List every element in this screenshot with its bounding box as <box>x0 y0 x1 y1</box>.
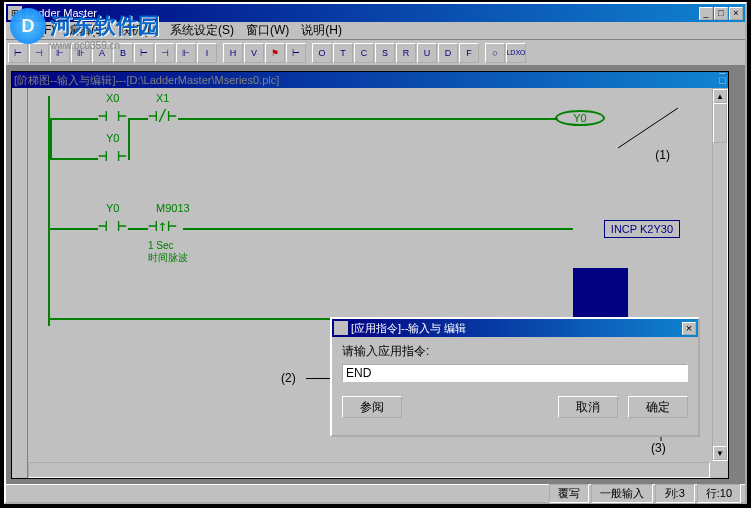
close-button[interactable]: × <box>729 7 743 20</box>
scroll-down-icon[interactable]: ▼ <box>713 446 727 460</box>
instruction-dialog: [应用指令]--输入与 编辑 × 请输入应用指令: 参阅 取消 确定 <box>330 317 700 437</box>
tool-btn-i[interactable]: I <box>197 43 217 63</box>
maximize-button[interactable]: □ <box>714 7 728 20</box>
tool-btn-d[interactable]: D <box>438 43 458 63</box>
doc-minimize-button[interactable]: _ <box>719 62 726 74</box>
instruction-incp[interactable]: INCP K2Y30 <box>604 220 680 238</box>
timer-note: 1 Sec 时间脉波 <box>148 240 188 265</box>
dialog-close-button[interactable]: × <box>682 322 696 335</box>
instruction-input[interactable] <box>342 364 688 382</box>
ladder-gutter <box>12 88 28 478</box>
rung1-wire <box>50 118 98 120</box>
horizontal-scrollbar[interactable] <box>28 462 710 478</box>
watermark: D 河东软件园 www.pc0359.cn <box>10 8 160 44</box>
tool-btn-2[interactable]: ⊣ <box>29 43 49 63</box>
contact-y0-2[interactable]: Y0 ⊣ ⊢ <box>98 216 127 235</box>
tool-btn-h[interactable]: H <box>223 43 243 63</box>
toolbar-sep2 <box>307 43 311 63</box>
tool-btn-ldxo[interactable]: LDXO <box>506 43 526 63</box>
branch-join <box>128 118 130 160</box>
annotation-3: (3) <box>651 441 666 455</box>
watermark-text: 河东软件园 <box>50 11 160 41</box>
status-overwrite: 覆写 <box>549 484 589 503</box>
vertical-scrollbar[interactable]: ▲ ▼ <box>712 88 728 461</box>
statusbar: 覆写 一般输入 列:3 行:10 <box>6 484 745 502</box>
status-col: 列:3 <box>655 484 695 503</box>
dialog-prompt: 请输入应用指令: <box>342 343 688 360</box>
tool-btn-7[interactable]: ⊩ <box>176 43 196 63</box>
arrow-1 <box>618 103 698 163</box>
scroll-up-icon[interactable]: ▲ <box>713 89 727 103</box>
branch-wire <box>50 158 98 160</box>
status-mode: 一般输入 <box>591 484 653 503</box>
ok-button[interactable]: 确定 <box>628 396 688 418</box>
rung2-wire <box>50 228 98 230</box>
menu-window[interactable]: 窗口(W) <box>240 20 295 41</box>
rung1-wire2 <box>128 118 148 120</box>
menu-system[interactable]: 系统设定(S) <box>164 20 240 41</box>
doc-title: [阶梯图--输入与编辑]---[D:\LadderMaster\Mseries0… <box>14 73 719 88</box>
rung2-wire2 <box>128 228 148 230</box>
dialog-titlebar: [应用指令]--输入与 编辑 × <box>332 319 698 337</box>
tool-btn-8[interactable]: ⊢ <box>286 43 306 63</box>
reference-button[interactable]: 参阅 <box>342 396 402 418</box>
dialog-title: [应用指令]--输入与 编辑 <box>351 321 682 336</box>
contact-x1[interactable]: X1 ⊣/⊢ <box>148 106 177 125</box>
cancel-button[interactable]: 取消 <box>558 396 618 418</box>
dialog-icon <box>334 321 348 335</box>
contact-m9013[interactable]: M9013 ⊣↑⊢ <box>148 216 177 235</box>
doc-titlebar: [阶梯图--输入与编辑]---[D:\LadderMaster\Mseries0… <box>12 72 728 88</box>
selection-cursor[interactable] <box>573 268 628 318</box>
contact-x0[interactable]: X0 ⊣ ⊢ <box>98 106 127 125</box>
tool-btn-f[interactable]: F <box>459 43 479 63</box>
tool-btn-u[interactable]: U <box>417 43 437 63</box>
dialog-body: 请输入应用指令: 参阅 取消 确定 <box>332 337 698 424</box>
tool-btn-s[interactable]: S <box>375 43 395 63</box>
tool-btn-t[interactable]: T <box>333 43 353 63</box>
status-row: 行:10 <box>697 484 741 503</box>
toolbar-sep <box>218 43 222 63</box>
tool-btn-c[interactable]: C <box>354 43 374 63</box>
annotation-2: (2) <box>281 371 296 385</box>
tool-btn-o[interactable]: O <box>312 43 332 63</box>
tool-btn-1[interactable]: ⊢ <box>8 43 28 63</box>
branch-rail <box>50 118 52 158</box>
watermark-url: www.pc0359.cn <box>50 40 120 51</box>
coil-y0[interactable]: Y0 <box>555 110 605 126</box>
tool-btn-6[interactable]: ⊣ <box>155 43 175 63</box>
svg-line-0 <box>618 108 678 148</box>
tool-btn-5[interactable]: ⊢ <box>134 43 154 63</box>
menu-help[interactable]: 说明(H) <box>295 20 348 41</box>
tool-btn-r[interactable]: R <box>396 43 416 63</box>
toolbar-sep3 <box>480 43 484 63</box>
rung1-wire3 <box>178 118 558 120</box>
tool-btn-comment[interactable]: ○ <box>485 43 505 63</box>
tool-btn-v[interactable]: V <box>244 43 264 63</box>
minimize-button[interactable]: _ <box>699 7 713 20</box>
contact-y0-branch[interactable]: Y0 ⊣ ⊢ <box>98 146 127 165</box>
tool-btn-flag[interactable]: ⚑ <box>265 43 285 63</box>
rung2-wire3 <box>183 228 573 230</box>
doc-maximize-button[interactable]: □ <box>719 74 726 86</box>
watermark-logo-icon: D <box>10 8 46 44</box>
scroll-thumb[interactable] <box>713 103 727 143</box>
